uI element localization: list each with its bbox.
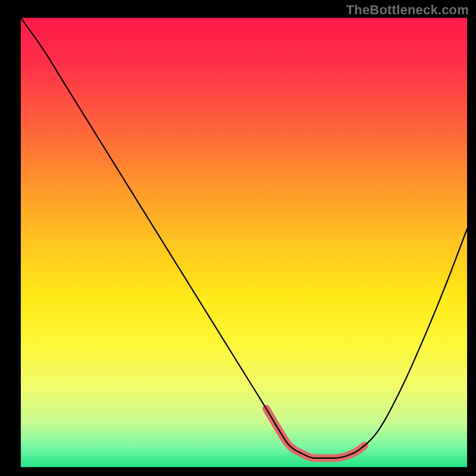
chart-stage: TheBottleneck.com bbox=[0, 0, 476, 476]
frame-left bbox=[0, 0, 21, 476]
bottleneck-chart bbox=[0, 0, 476, 476]
gradient-background bbox=[21, 18, 467, 467]
watermark-text: TheBottleneck.com bbox=[346, 2, 469, 18]
frame-right bbox=[467, 0, 476, 476]
frame-bottom bbox=[0, 467, 476, 476]
